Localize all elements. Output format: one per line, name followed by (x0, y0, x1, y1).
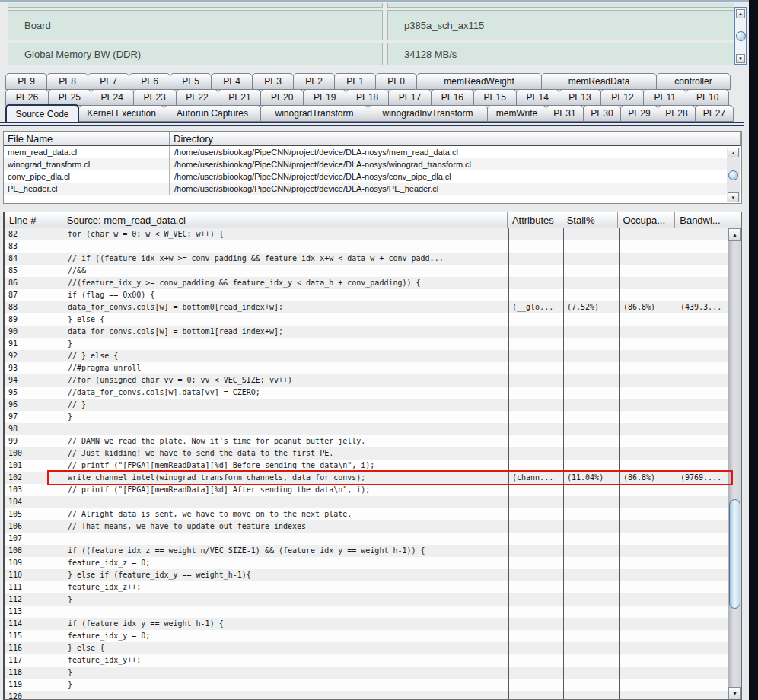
tab-pe7[interactable]: PE7 (88, 73, 129, 90)
column-header-bandwidth[interactable]: Bandwi... (675, 212, 728, 228)
code-line-row[interactable]: 113 (5, 606, 741, 618)
code-line-row[interactable]: 117feature_idx_y++; (5, 654, 741, 667)
file-row[interactable]: mem_read_data.cl/home/user/sbiookag/Pipe… (4, 146, 741, 158)
code-line-row[interactable]: 82for (char w = 0; w < W_VEC; w++) { (5, 228, 741, 240)
tab-controller[interactable]: controller (656, 73, 731, 90)
tab-pe17[interactable]: PE17 (388, 89, 432, 106)
tab-pe25[interactable]: PE25 (48, 89, 91, 106)
tab-pe1[interactable]: PE1 (334, 73, 376, 90)
column-header-line-number[interactable]: Line # (5, 212, 62, 228)
tab-pe28[interactable]: PE28 (658, 105, 696, 122)
column-header-occupancy[interactable]: Occupa... (618, 212, 675, 228)
scroll-down-arrow-icon[interactable]: ▼ (728, 192, 739, 202)
scrollbar-thumb[interactable] (736, 31, 746, 41)
code-line-row[interactable]: 105// Alright data is sent, we have to m… (5, 508, 741, 520)
tab-pe22[interactable]: PE22 (176, 89, 219, 106)
code-line-row[interactable]: 108if ((feature_idx_z == weight_n/VEC_SI… (5, 545, 741, 557)
file-row[interactable]: conv_pipe_dla.cl/home/user/sbiookag/Pipe… (4, 170, 741, 183)
code-line-row[interactable]: 86//(feature_idx_y >= conv_padding && fe… (5, 277, 741, 289)
column-header-file-name[interactable]: File Name (4, 132, 170, 146)
scroll-down-arrow-icon[interactable]: ▼ (736, 54, 745, 63)
tab-pe18[interactable]: PE18 (346, 89, 389, 106)
tab-pe9[interactable]: PE9 (5, 73, 47, 90)
code-line-row[interactable]: 106// That means, we have to update out … (5, 520, 741, 533)
code-line-row[interactable]: 102write_channel_intel(winograd_transfor… (5, 472, 741, 484)
tab-winogradinvtransform[interactable]: winogradInvTransform (368, 105, 488, 122)
scrollbar-thumb[interactable] (728, 170, 738, 180)
code-line-row[interactable]: 118} (5, 667, 741, 679)
column-header-source[interactable]: Source: mem_read_data.cl (62, 212, 508, 228)
tab-pe29[interactable]: PE29 (620, 105, 658, 122)
scroll-up-arrow-icon[interactable]: ▲ (728, 148, 739, 158)
file-row[interactable]: PE_header.cl/home/user/sbiookag/PipeCNN/… (4, 183, 741, 195)
code-line-row[interactable]: 107 (5, 533, 741, 545)
code-line-row[interactable]: 91} (5, 338, 741, 350)
tab-autorun-captures[interactable]: Autorun Captures (164, 105, 261, 122)
code-line-row[interactable]: 119} (5, 679, 741, 691)
tab-pe20[interactable]: PE20 (260, 89, 304, 106)
tab-pe16[interactable]: PE16 (431, 89, 474, 106)
tab-memwrite[interactable]: memWrite (487, 105, 546, 122)
code-line-row[interactable]: 93//#pragma unroll (5, 362, 741, 374)
file-table-scrollbar[interactable]: ▲ ▼ (727, 148, 740, 202)
code-line-row[interactable]: 100// Just kidding! we have to send the … (5, 447, 741, 460)
tab-pe5[interactable]: PE5 (170, 73, 212, 90)
source-table-scrollbar[interactable]: ▲ ▼ (728, 228, 741, 700)
code-line-row[interactable]: 85//&& (5, 265, 741, 277)
code-line-row[interactable]: 98 (5, 423, 741, 435)
tab-pe31[interactable]: PE31 (546, 105, 584, 122)
code-line-row[interactable]: 90data_for_convs.cols[w] = bottom1[read_… (5, 326, 741, 338)
code-line-row[interactable]: 84// if ((feature_idx_x+w >= conv_paddin… (5, 253, 741, 265)
tab-pe19[interactable]: PE19 (303, 89, 346, 106)
tab-winogradtransform[interactable]: winogradTransform (260, 105, 368, 122)
code-line-row[interactable]: 120 (5, 691, 741, 700)
code-line-row[interactable]: 110} else if (feature_idx_y == weight_h-… (5, 569, 741, 581)
tab-pe12[interactable]: PE12 (600, 89, 644, 106)
code-line-row[interactable]: 89} else { (5, 313, 741, 326)
code-line-row[interactable]: 99// DAMN we read the plate. Now it's ti… (5, 435, 741, 447)
tab-pe4[interactable]: PE4 (211, 73, 253, 90)
tab-kernel-execution[interactable]: Kernel Execution (78, 105, 164, 122)
tab-pe27[interactable]: PE27 (695, 105, 734, 122)
tab-memreadweight[interactable]: memReadWeight (416, 73, 542, 90)
code-line-row[interactable]: 114if (feature_idx_y == weight_h-1) { (5, 618, 741, 630)
tab-pe11[interactable]: PE11 (643, 89, 686, 106)
tab-memreaddata[interactable]: memReadData (541, 73, 657, 90)
scroll-down-arrow-icon[interactable]: ▼ (728, 687, 741, 700)
scrollbar-thumb[interactable] (729, 499, 740, 609)
code-line-row[interactable]: 83 (5, 240, 741, 253)
code-line-row[interactable]: 92// } else { (5, 350, 741, 362)
tab-pe26[interactable]: PE26 (5, 89, 49, 106)
column-header-attributes[interactable]: Attributes (508, 212, 562, 228)
column-header-directory[interactable]: Directory (170, 132, 741, 146)
summary-scrollbar[interactable]: ▲ ▼ (734, 7, 747, 65)
code-line-row[interactable]: 103// printf ("[FPGA][memReadData][%d] A… (5, 484, 741, 496)
code-line-row[interactable]: 95//data_for_convs.cols[w].data[vv] = CZ… (5, 387, 741, 399)
code-line-row[interactable]: 112} (5, 593, 741, 606)
code-line-row[interactable]: 88data_for_convs.cols[w] = bottom0[read_… (5, 301, 741, 313)
scroll-up-arrow-icon[interactable]: ▲ (736, 9, 745, 18)
tab-pe15[interactable]: PE15 (473, 89, 517, 106)
code-line-row[interactable]: 111feature_idx_z++; (5, 581, 741, 593)
code-line-row[interactable]: 116} else { (5, 642, 741, 654)
tab-pe23[interactable]: PE23 (133, 89, 177, 106)
code-line-row[interactable]: 101// printf ("[FPGA][memReadData][%d] B… (5, 460, 741, 472)
file-row[interactable]: winograd_transform.cl/home/user/sbiookag… (4, 158, 741, 170)
tab-source-code[interactable]: Source Code (5, 104, 79, 123)
tab-pe30[interactable]: PE30 (583, 105, 621, 122)
scroll-up-arrow-icon[interactable]: ▲ (728, 228, 741, 241)
code-line-row[interactable]: 96// } (5, 399, 741, 411)
tab-pe21[interactable]: PE21 (218, 89, 261, 106)
tab-pe0[interactable]: PE0 (375, 73, 417, 90)
code-line-row[interactable]: 87if (flag == 0x00) { (5, 289, 741, 301)
code-line-row[interactable]: 104 (5, 496, 741, 508)
tab-pe6[interactable]: PE6 (129, 73, 170, 90)
column-header-stall[interactable]: Stall% (562, 212, 619, 228)
code-line-row[interactable]: 115feature_idx_y = 0; (5, 630, 741, 642)
tab-pe2[interactable]: PE2 (293, 73, 335, 90)
tab-pe24[interactable]: PE24 (91, 89, 134, 106)
tab-pe8[interactable]: PE8 (46, 73, 88, 90)
tab-pe10[interactable]: PE10 (686, 89, 729, 106)
code-line-row[interactable]: 109feature_idx_z = 0; (5, 557, 741, 569)
tab-pe3[interactable]: PE3 (252, 73, 294, 90)
